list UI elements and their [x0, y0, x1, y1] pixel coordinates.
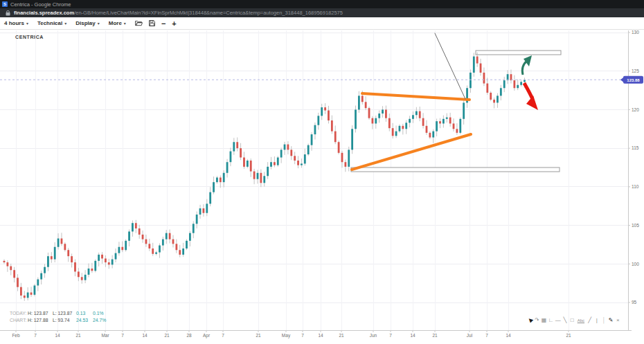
- freehand-tool-icon[interactable]: ↷: [535, 317, 539, 323]
- svg-text:21: 21: [75, 333, 81, 338]
- svg-text:14: 14: [410, 333, 415, 338]
- candlestick-chart-canvas[interactable]: 13012512011511010510095Feb71421Mar714212…: [0, 0, 644, 344]
- more-menu-label: More: [109, 20, 122, 26]
- up-projection-arrow[interactable]: [522, 61, 527, 75]
- timeframe-menu-label: 4 hours: [4, 20, 24, 26]
- vertical-line-tool-icon[interactable]: |: [594, 317, 599, 323]
- triangle-upper-trendline[interactable]: [362, 93, 469, 100]
- chevron-down-icon: ▾: [98, 21, 100, 26]
- svg-text:7: 7: [301, 333, 304, 338]
- svg-text:100: 100: [632, 262, 639, 266]
- window-titlebar: S Centrica - Google Chrome: [0, 0, 644, 8]
- svg-text:May: May: [282, 333, 291, 338]
- chart-low-value: L: 93.74: [53, 317, 76, 324]
- open-folder-icon[interactable]: [135, 20, 143, 26]
- triangle-lower-trendline[interactable]: [352, 134, 471, 170]
- svg-text:Feb: Feb: [12, 333, 20, 338]
- svg-text:7: 7: [34, 333, 37, 338]
- text-tool-icon[interactable]: Abc: [577, 318, 585, 323]
- chevron-down-icon: ▾: [26, 21, 28, 26]
- instrument-label: CENTRICA: [15, 35, 44, 39]
- url-domain: financials.spreadex.com: [14, 10, 74, 16]
- svg-text:21: 21: [339, 333, 344, 338]
- down-projection-arrow[interactable]: [524, 83, 533, 99]
- zoom-in-button[interactable]: +: [172, 20, 176, 27]
- display-menu-label: Display: [75, 20, 95, 26]
- technical-menu-label: Technical: [37, 20, 62, 26]
- chart-toolbar: 4 hours ▾ Technical ▾ Display ▾ More ▾ −…: [0, 17, 644, 30]
- svg-text:95: 95: [632, 300, 637, 305]
- display-menu[interactable]: Display ▾: [75, 20, 99, 26]
- technical-menu[interactable]: Technical ▾: [37, 20, 66, 26]
- timeframe-menu[interactable]: 4 hours ▾: [4, 20, 28, 26]
- svg-text:7: 7: [222, 333, 224, 338]
- svg-text:Jun: Jun: [370, 333, 377, 338]
- svg-text:28: 28: [186, 333, 192, 338]
- svg-text:125: 125: [632, 69, 639, 73]
- browser-window: { "window": { "title": "Centrica - Googl…: [0, 0, 644, 344]
- svg-text:21: 21: [256, 333, 261, 338]
- svg-text:21: 21: [432, 333, 438, 338]
- delete-tool-icon[interactable]: ×: [616, 317, 620, 323]
- svg-text:123.88: 123.88: [627, 78, 640, 82]
- more-menu[interactable]: More ▾: [109, 20, 126, 26]
- toolbar-divider: │: [601, 317, 606, 323]
- down-arrow-head: [526, 96, 538, 110]
- svg-text:Jul: Jul: [467, 333, 473, 338]
- svg-text:Mar: Mar: [101, 333, 109, 338]
- legend-chart-label: CHART:: [10, 317, 28, 324]
- svg-text:14: 14: [55, 333, 60, 338]
- last-price-badge: 123.88: [620, 76, 643, 84]
- svg-text:7: 7: [389, 333, 392, 338]
- url-path: /en-GB/Home/LiveChartMain?id=XFinSprMchM…: [74, 10, 343, 16]
- svg-text:120: 120: [632, 107, 639, 112]
- legend-chart-row: CHART:H: 127.88L: 93.7424.5324.7%: [10, 317, 106, 324]
- zoom-out-button[interactable]: −: [161, 20, 166, 27]
- chevron-down-icon: ▾: [64, 21, 66, 26]
- padlock-icon: [6, 10, 10, 16]
- save-icon[interactable]: [149, 20, 155, 26]
- svg-text:Apr: Apr: [203, 333, 211, 338]
- today-low-value: L: 123.87: [53, 310, 76, 317]
- pointer-tool-icon[interactable]: ▶: [526, 316, 533, 324]
- resistance-zone: [476, 51, 561, 55]
- grid-tool-icon[interactable]: ▦: [542, 317, 546, 323]
- rectangle-tool-icon[interactable]: □: [570, 317, 575, 323]
- svg-text:21: 21: [164, 333, 170, 338]
- chart-high-value: H: 127.88: [28, 317, 53, 324]
- address-bar[interactable]: financials.spreadex.com/en-GB/Home/LiveC…: [0, 8, 644, 17]
- today-change-pct: 0.1%: [93, 310, 104, 317]
- segment-tool-icon[interactable]: ╲: [563, 317, 568, 323]
- horizontal-line-tool-icon[interactable]: —: [555, 317, 560, 323]
- svg-text:7: 7: [121, 333, 124, 338]
- svg-text:21: 21: [566, 333, 571, 338]
- drawing-toolbar: ▶↷▦∟—╲□Abc╱|│✎×: [526, 317, 621, 323]
- legend-today-label: TODAY:: [10, 310, 28, 317]
- grid-layer: [0, 30, 628, 330]
- legend-today-row: TODAY:H: 123.87L: 123.870.130.1%: [10, 310, 106, 317]
- svg-text:130: 130: [632, 30, 639, 35]
- svg-text:110: 110: [632, 184, 639, 189]
- diagonal-line-tool-icon[interactable]: ╱: [587, 317, 592, 323]
- support-zone: [351, 168, 560, 172]
- trend-axes-tool-icon[interactable]: ∟: [548, 317, 553, 323]
- axes-layer: 13012512011511010510095Feb71421Mar714212…: [0, 30, 639, 338]
- pointer-line[interactable]: [435, 33, 465, 99]
- chart-legend: TODAY:H: 123.87L: 123.870.130.1% CHART:H…: [10, 310, 106, 323]
- today-change-value: 0.13: [76, 310, 93, 317]
- svg-text:14: 14: [506, 333, 511, 338]
- today-high-value: H: 123.87: [28, 310, 53, 317]
- svg-text:14: 14: [142, 333, 147, 338]
- chevron-down-icon: ▾: [124, 21, 126, 26]
- pencil-tool-icon[interactable]: ✎: [609, 317, 614, 323]
- window-title: Centrica - Google Chrome: [10, 1, 71, 8]
- svg-text:105: 105: [632, 223, 639, 228]
- chart-change-pct: 24.7%: [93, 317, 106, 324]
- spreadex-favicon: S: [2, 1, 8, 7]
- svg-text:14: 14: [318, 333, 323, 338]
- trendlines-layer: [352, 33, 471, 170]
- svg-text:115: 115: [632, 145, 639, 150]
- svg-text:7: 7: [485, 333, 488, 338]
- chart-change-value: 24.53: [76, 317, 93, 324]
